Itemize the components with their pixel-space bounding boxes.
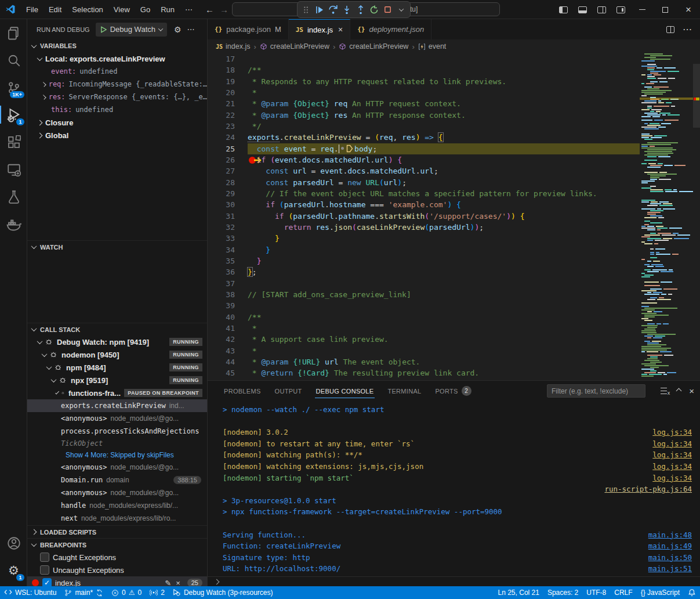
callstack-session-row[interactable]: Debug Watch: npm [9419]RUNNING xyxy=(27,335,207,348)
watch-section-header[interactable]: WATCH xyxy=(27,240,207,253)
line-number[interactable]: 44 xyxy=(208,356,235,367)
stack-frame-row[interactable]: nextnode_modules/express/lib/ro... xyxy=(27,512,207,525)
debug-settings-gear-icon[interactable]: ⚙ xyxy=(174,25,182,34)
console-source-link[interactable]: log.js:34 xyxy=(652,472,692,484)
code-line-32[interactable]: 32 return res.json(caseLinkPreview(parse… xyxy=(208,222,700,233)
line-number[interactable]: 29 xyxy=(208,188,235,199)
minimap[interactable] xyxy=(640,53,693,380)
activity-explorer-icon[interactable] xyxy=(0,19,27,46)
line-number[interactable]: 39 xyxy=(208,300,235,311)
variable-row[interactable]: res:ServerResponse {_events: {…}, _e… xyxy=(27,91,207,103)
paused-breakpoint-icon[interactable] xyxy=(212,145,227,153)
line-number[interactable]: 43 xyxy=(208,345,235,356)
console-source-link[interactable]: log.js:34 xyxy=(652,438,692,450)
line-number[interactable]: 31 xyxy=(208,211,235,222)
breakpoint-row[interactable]: Uncaught Exceptions xyxy=(27,564,207,576)
code-editor[interactable]: 1718/**19 * Responds to any HTTP request… xyxy=(208,53,700,380)
code-line-22[interactable]: 22 * @param {Object} res An HTTP respons… xyxy=(208,110,700,121)
ports-status[interactable]: 2 xyxy=(146,586,169,599)
line-number[interactable]: 22 xyxy=(208,110,235,121)
minimize-button[interactable] xyxy=(630,0,654,19)
menu-run[interactable]: Run xyxy=(156,3,179,16)
breadcrumb-item-createLinkPreview[interactable]: createLinkPreview xyxy=(260,42,329,50)
console-line[interactable]: [nodemon] 3.0.2log.js:34 xyxy=(208,427,700,438)
indentation-status[interactable]: Spaces: 2 xyxy=(543,586,582,599)
line-number[interactable]: 30 xyxy=(208,199,235,210)
eol-status[interactable]: CRLF xyxy=(610,586,636,599)
console-line[interactable]: Serving function...main.js:48 xyxy=(208,529,700,541)
code-line-43[interactable]: 43 * xyxy=(208,345,700,356)
console-line[interactable]: Function: createLinkPreviewmain.js:49 xyxy=(208,540,700,552)
code-line-41[interactable]: 41 * xyxy=(208,323,700,334)
inline-breakpoint-dot[interactable] xyxy=(341,147,344,150)
launch-config-dropdown[interactable]: Debug Watch xyxy=(96,23,167,37)
code-line-30[interactable]: 30 if (parsedUrl.hostname === 'example.c… xyxy=(208,199,700,210)
panel-tab-ports[interactable]: PORTS2 xyxy=(429,381,477,401)
nav-back-icon[interactable]: ← xyxy=(205,5,214,15)
breakpoint-checkbox[interactable] xyxy=(40,565,49,575)
line-number[interactable]: 24 xyxy=(208,132,235,143)
clear-console-icon[interactable]: x xyxy=(661,388,669,395)
activity-run-and-debug-icon[interactable]: 1 xyxy=(0,101,27,128)
line-number[interactable]: 42 xyxy=(208,334,235,345)
console-line[interactable] xyxy=(208,416,700,427)
breadcrumb[interactable]: JSindex.js›createLinkPreview›createLinkP… xyxy=(208,39,700,53)
console-source-link[interactable]: main.js:48 xyxy=(648,529,692,541)
problems-status[interactable]: 0⚠0 xyxy=(107,586,146,599)
step-over-button[interactable] xyxy=(328,3,339,16)
line-number[interactable]: 26 xyxy=(208,154,235,165)
console-line[interactable]: [nodemon] to restart at any time, enter … xyxy=(208,438,700,450)
menu-selection[interactable]: Selection xyxy=(67,3,107,16)
code-line-27[interactable]: 27 const url = event.docs.matchedUrl.url… xyxy=(208,165,700,176)
breakpoint-checkbox[interactable] xyxy=(40,553,49,562)
console-line[interactable]: Signature type: httpmain.js:50 xyxy=(208,552,700,564)
maximize-button[interactable] xyxy=(654,0,677,19)
line-number[interactable]: 36 xyxy=(208,266,235,277)
variable-row[interactable]: event:undefined xyxy=(27,65,207,78)
debug-session-status[interactable]: Debug Watch (3p-resources) xyxy=(169,586,277,599)
callstack-session-row[interactable]: npm [9484]RUNNING xyxy=(27,361,207,374)
line-number[interactable]: 27 xyxy=(208,165,235,176)
menu-go[interactable]: Go xyxy=(136,3,155,16)
close-button[interactable]: × xyxy=(677,0,700,19)
stack-frame-row[interactable]: <anonymous>node_modules/@go... xyxy=(27,412,207,425)
toggle-sidebar-icon[interactable] xyxy=(559,6,568,13)
step-into-button[interactable] xyxy=(342,3,353,16)
breakpoint-dot[interactable] xyxy=(32,579,39,586)
menu-view[interactable]: View xyxy=(109,3,135,16)
tab-deployment.json[interactable]: {}deployment.json xyxy=(350,19,431,39)
activity-accounts-icon[interactable] xyxy=(0,529,27,557)
stack-frame-row[interactable]: exports.createLinkPreviewind... xyxy=(27,399,207,412)
drag-handle[interactable] xyxy=(300,3,312,16)
stop-button[interactable] xyxy=(382,3,394,16)
console-line[interactable]: run-script-pkg.js:64 xyxy=(208,483,700,495)
variable-row[interactable]: req:IncomingMessage {_readableState:… xyxy=(27,78,207,91)
overview-ruler[interactable] xyxy=(693,53,700,380)
debug-console-output[interactable]: > nodemon --watch ./ --exec npm start[no… xyxy=(208,404,700,577)
line-number[interactable]: 40 xyxy=(208,312,235,323)
variables-section-header[interactable]: VARIABLES xyxy=(27,39,207,52)
notifications-bell-icon[interactable] xyxy=(684,586,700,599)
code-line-20[interactable]: 20 * xyxy=(208,87,700,98)
console-filter-input[interactable]: Filter (e.g. text, !exclude) xyxy=(547,384,645,398)
code-line-29[interactable]: 29 // If the event object URL matches a … xyxy=(208,188,700,199)
breakpoint-row[interactable]: Caught Exceptions xyxy=(27,551,207,564)
stack-frame-row-skipped[interactable]: TickObject xyxy=(27,438,207,449)
activity-testing-icon[interactable] xyxy=(0,183,27,210)
line-number[interactable]: 34 xyxy=(208,244,235,255)
line-number[interactable]: 21 xyxy=(208,98,235,109)
start-debug-icon[interactable] xyxy=(100,26,107,33)
line-number[interactable]: 28 xyxy=(208,177,235,188)
code-line-21[interactable]: 21 * @param {Object} req An HTTP request… xyxy=(208,98,700,109)
line-number[interactable]: 37 xyxy=(208,278,235,289)
stack-frame-row[interactable]: process.processTicksAndRejections xyxy=(27,425,207,438)
debug-console-input[interactable] xyxy=(208,576,700,586)
line-number[interactable]: 19 xyxy=(208,76,235,87)
show-more-frames-link[interactable]: Show 4 More: Skipped by skipFiles xyxy=(27,449,207,461)
tab-index.js[interactable]: JSindex.js× xyxy=(289,19,351,39)
tab-package.json[interactable]: {}package.jsonM xyxy=(208,19,289,39)
console-source-link[interactable]: main.js:50 xyxy=(648,552,692,564)
line-number[interactable]: 20 xyxy=(208,87,235,98)
code-line-26[interactable]: 26 if (event.docs.matchedUrl.url) { xyxy=(208,154,700,165)
console-line[interactable]: [nodemon] starting `npm start`log.js:34 xyxy=(208,472,700,484)
